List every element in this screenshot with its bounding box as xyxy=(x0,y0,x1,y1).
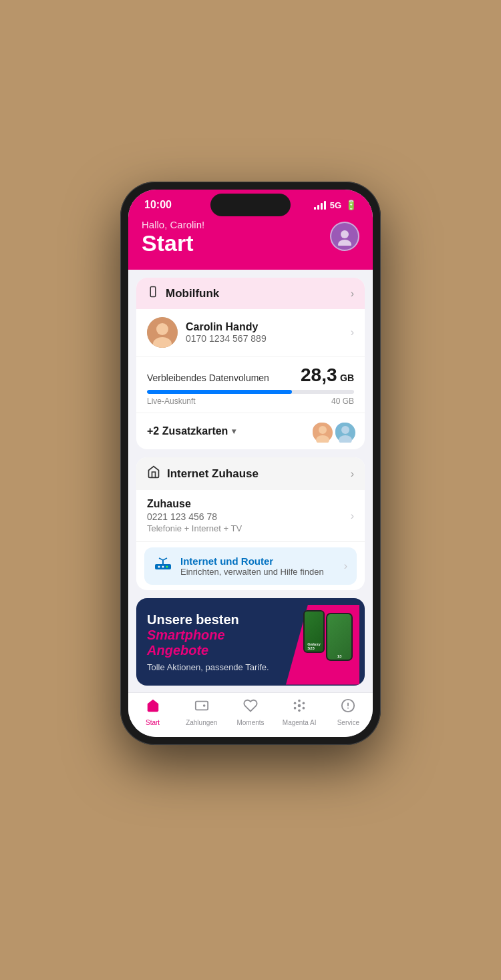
signal-icon xyxy=(314,200,326,210)
zusatz-avatar-2 xyxy=(334,421,354,441)
dv-live-label: Live-Auskunft xyxy=(147,397,196,406)
user-avatar xyxy=(147,317,178,348)
zusatz-label: +2 Zusatzkarten ▾ xyxy=(147,425,236,437)
dv-total: 40 GB xyxy=(331,397,354,406)
dv-amount: 28,3 xyxy=(301,364,337,385)
phone-wrapper: 10:00 5G 🔋 Hallo, Carolin! Start xyxy=(120,182,381,745)
main-content: Mobilfunk › Carolin xyxy=(128,270,373,692)
nav-item-moments[interactable]: Moments xyxy=(232,698,269,726)
zh-number: 0221 123 456 78 xyxy=(147,511,242,522)
svg-point-16 xyxy=(166,566,168,568)
internet-zuhause-card: Internet Zuhause › Zuhause 0221 123 456 … xyxy=(136,457,365,590)
heart-nav-icon xyxy=(243,698,258,717)
phone-outer: 10:00 5G 🔋 Hallo, Carolin! Start xyxy=(120,182,381,745)
service-nav-icon xyxy=(341,698,355,717)
svg-point-11 xyxy=(341,426,349,434)
header-text: Hallo, Carolin! Start xyxy=(142,219,204,256)
dv-unit: GB xyxy=(340,373,354,383)
internet-arrow: › xyxy=(351,468,354,480)
battery-icon: 🔋 xyxy=(345,200,357,210)
router-arrow: › xyxy=(344,560,347,572)
svg-point-24 xyxy=(294,707,297,710)
profile-avatar[interactable] xyxy=(330,222,359,251)
internet-title: Internet Zuhause xyxy=(167,467,259,481)
chevron-down-icon: ▾ xyxy=(232,427,236,436)
zh-info: Zuhause 0221 123 456 78 Telefonie + Inte… xyxy=(147,498,242,533)
phone-mock-1: GalaxyS23 xyxy=(303,610,325,653)
internet-header[interactable]: Internet Zuhause › xyxy=(136,457,365,490)
page-title: Start xyxy=(142,230,204,256)
dv-footer: Live-Auskunft 40 GB xyxy=(147,397,354,406)
promo-title: Unsere besten xyxy=(147,611,287,628)
phone-mock-2: 13 xyxy=(326,613,353,661)
zusatzkarten-row[interactable]: +2 Zusatzkarten ▾ xyxy=(136,413,365,449)
nav-label-magenta-ai: Magenta AI xyxy=(283,719,317,726)
router-info: Internet und Router Einrichten, verwalte… xyxy=(180,555,336,577)
svg-point-25 xyxy=(303,707,305,710)
user-info: Carolin Handy 0170 1234 567 889 xyxy=(186,321,343,344)
magenta-ai-nav-icon xyxy=(292,698,307,717)
nav-item-zahlungen[interactable]: Zahlungen xyxy=(183,698,220,726)
user-number: 0170 1234 567 889 xyxy=(186,333,343,344)
router-card[interactable]: Internet und Router Einrichten, verwalte… xyxy=(144,547,357,585)
phone-mockups: GalaxyS23 13 xyxy=(303,610,353,661)
zh-row-wrapper: Zuhause 0221 123 456 78 Telefonie + Inte… xyxy=(147,498,354,533)
dv-label: Verbleibendes Datenvolumen xyxy=(147,373,269,383)
zh-arrow: › xyxy=(351,510,354,522)
svg-point-0 xyxy=(341,230,349,238)
home-nav-icon xyxy=(146,698,160,717)
zh-name: Zuhause xyxy=(147,498,242,510)
svg-point-1 xyxy=(338,240,351,246)
zuhause-row[interactable]: Zuhause 0221 123 456 78 Telefonie + Inte… xyxy=(136,490,365,542)
home-icon xyxy=(147,465,160,482)
bottom-nav: Start Zahlungen xyxy=(128,692,373,737)
svg-line-18 xyxy=(159,558,163,560)
mobilfunk-title: Mobilfunk xyxy=(166,287,219,300)
nav-label-start: Start xyxy=(146,719,160,726)
svg-point-23 xyxy=(303,702,305,705)
nav-label-service: Service xyxy=(337,719,359,726)
nav-label-moments: Moments xyxy=(236,719,264,726)
promo-text: Unsere besten Smartphone Angebote Tolle … xyxy=(147,611,287,672)
data-progress-bar xyxy=(147,390,354,394)
promo-phones: GalaxyS23 13 xyxy=(287,616,354,669)
svg-line-19 xyxy=(163,558,167,560)
status-icons: 5G 🔋 xyxy=(314,200,357,210)
router-icon xyxy=(154,557,172,575)
greeting-text: Hallo, Carolin! xyxy=(142,219,204,230)
nav-item-start[interactable]: Start xyxy=(134,698,172,726)
svg-point-14 xyxy=(158,566,160,568)
dv-header: Verbleibendes Datenvolumen 28,3 GB xyxy=(147,366,354,385)
nav-item-service[interactable]: Service xyxy=(329,698,367,726)
phone-icon xyxy=(147,286,159,301)
user-row[interactable]: Carolin Handy 0170 1234 567 889 › xyxy=(136,309,365,356)
user-name: Carolin Handy xyxy=(186,321,343,333)
user-row-arrow: › xyxy=(351,326,354,338)
svg-point-15 xyxy=(162,566,164,568)
svg-point-26 xyxy=(298,700,301,702)
dv-amount-display: 28,3 GB xyxy=(301,366,354,385)
zusatz-avatar-1 xyxy=(311,421,331,441)
mobilfunk-header[interactable]: Mobilfunk › xyxy=(136,278,365,309)
svg-rect-20 xyxy=(196,702,208,710)
svg-point-5 xyxy=(156,323,168,335)
nav-item-magenta-ai[interactable]: Magenta AI xyxy=(281,698,318,726)
wallet-nav-icon xyxy=(194,698,209,717)
phone-screen: 10:00 5G 🔋 Hallo, Carolin! Start xyxy=(128,190,373,737)
mobilfunk-arrow: › xyxy=(351,288,354,300)
header: Hallo, Carolin! Start xyxy=(128,216,373,270)
promo-subtitle: Tolle Aktionen, passende Tarife. xyxy=(147,662,287,672)
zusatz-avatars xyxy=(311,421,354,441)
promo-title-pink: Smartphone Angebote xyxy=(147,628,287,658)
router-title: Internet und Router xyxy=(180,555,336,567)
router-subtitle: Einrichten, verwalten und Hilfe finden xyxy=(180,567,336,577)
svg-point-27 xyxy=(298,710,301,712)
svg-point-22 xyxy=(294,702,297,705)
data-progress-fill xyxy=(147,390,292,394)
svg-point-21 xyxy=(298,704,301,708)
promo-banner[interactable]: Unsere besten Smartphone Angebote Tolle … xyxy=(136,598,365,686)
status-time: 10:00 xyxy=(144,199,172,211)
data-volume-section: Verbleibendes Datenvolumen 28,3 GB Live-… xyxy=(136,356,365,413)
mobilfunk-card: Mobilfunk › Carolin xyxy=(136,278,365,449)
svg-point-8 xyxy=(319,426,327,434)
